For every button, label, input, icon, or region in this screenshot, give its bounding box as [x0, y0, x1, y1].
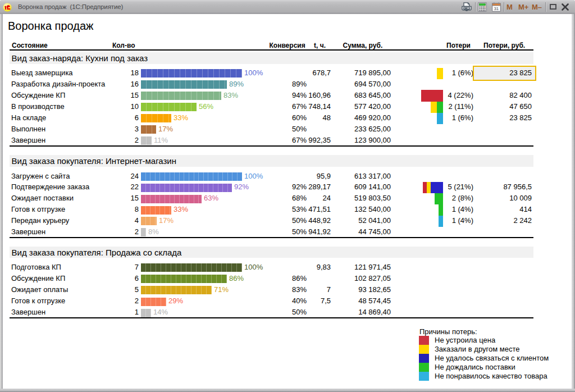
svg-text:31: 31 — [494, 6, 499, 11]
